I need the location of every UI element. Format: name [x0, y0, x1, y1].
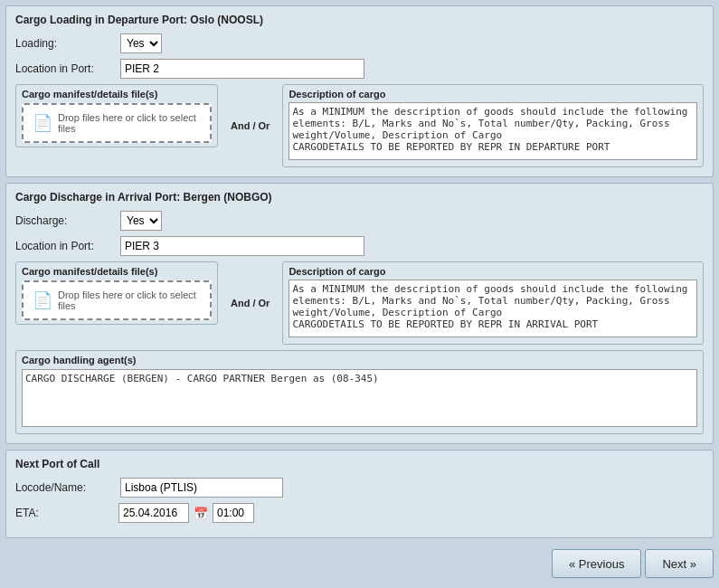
discharge-manifest-row: Cargo manifest/details file(s) 📄 Drop fi…: [15, 261, 704, 345]
eta-label: ETA:: [15, 507, 115, 519]
loading-manifest-row: Cargo manifest/details file(s) 📄 Drop fi…: [15, 84, 704, 167]
loading-location-label: Location in Port:: [15, 62, 115, 75]
file-icon-2: 📄: [33, 290, 52, 310]
loading-location-input[interactable]: [120, 59, 364, 79]
discharge-description-box: Description of cargo: [282, 261, 704, 345]
loading-manifest-title: Cargo manifest/details file(s): [22, 89, 212, 100]
loading-label: Loading:: [15, 37, 115, 50]
loading-description-title: Description of cargo: [289, 89, 697, 100]
discharge-description-title: Description of cargo: [289, 266, 697, 277]
eta-row: ETA: 📅: [15, 503, 704, 523]
cargo-handling-title: Cargo handling agent(s): [22, 355, 697, 365]
file-icon: 📄: [33, 113, 52, 133]
next-port-section: Next Port of Call Locode/Name: ETA: 📅: [5, 450, 714, 538]
loading-description-box: Description of cargo: [282, 84, 704, 167]
discharge-drop-zone-text: Drop files here or click to select files: [58, 289, 201, 311]
cargo-discharge-section: Cargo Discharge in Arrival Port: Bergen …: [5, 183, 714, 444]
next-button[interactable]: Next »: [645, 549, 714, 578]
previous-button[interactable]: « Previous: [552, 549, 641, 578]
loading-drop-zone-text: Drop files here or click to select files: [58, 112, 201, 134]
cargo-loading-section: Cargo Loading in Departure Port: Oslo (N…: [5, 5, 714, 177]
loading-location-row: Location in Port:: [15, 59, 704, 79]
discharge-row: Discharge: Yes No: [15, 211, 704, 231]
cargo-discharge-title: Cargo Discharge in Arrival Port: Bergen …: [15, 191, 704, 204]
locode-label: Locode/Name:: [15, 481, 115, 494]
eta-date-input[interactable]: [118, 503, 189, 523]
discharge-label: Discharge:: [15, 214, 115, 227]
cargo-loading-title: Cargo Loading in Departure Port: Oslo (N…: [15, 14, 704, 26]
next-port-title: Next Port of Call: [15, 458, 704, 470]
cargo-handling-textarea[interactable]: [22, 369, 697, 427]
cargo-handling-box: Cargo handling agent(s): [15, 350, 704, 434]
discharge-manifest-box: Cargo manifest/details file(s) 📄 Drop fi…: [15, 261, 218, 325]
loading-select[interactable]: Yes No: [120, 33, 162, 53]
discharge-drop-zone[interactable]: 📄 Drop files here or click to select fil…: [22, 280, 212, 320]
calendar-icon[interactable]: 📅: [193, 505, 209, 521]
locode-row: Locode/Name:: [15, 478, 704, 498]
discharge-manifest-title: Cargo manifest/details file(s): [22, 266, 212, 277]
discharge-description-textarea[interactable]: [289, 280, 697, 337]
discharge-location-input[interactable]: [120, 236, 364, 256]
eta-time-input[interactable]: [213, 503, 254, 523]
loading-description-textarea[interactable]: [289, 102, 697, 160]
loading-manifest-box: Cargo manifest/details file(s) 📄 Drop fi…: [15, 84, 218, 147]
discharge-and-or: And / Or: [225, 298, 275, 308]
footer-bar: « Previous Next »: [0, 544, 719, 583]
locode-input[interactable]: [120, 478, 283, 498]
discharge-location-row: Location in Port:: [15, 236, 704, 256]
loading-and-or: And / Or: [225, 120, 275, 131]
loading-drop-zone[interactable]: 📄 Drop files here or click to select fil…: [22, 103, 212, 143]
discharge-select[interactable]: Yes No: [120, 211, 162, 231]
loading-row: Loading: Yes No: [15, 33, 704, 53]
discharge-location-label: Location in Port:: [15, 240, 115, 252]
